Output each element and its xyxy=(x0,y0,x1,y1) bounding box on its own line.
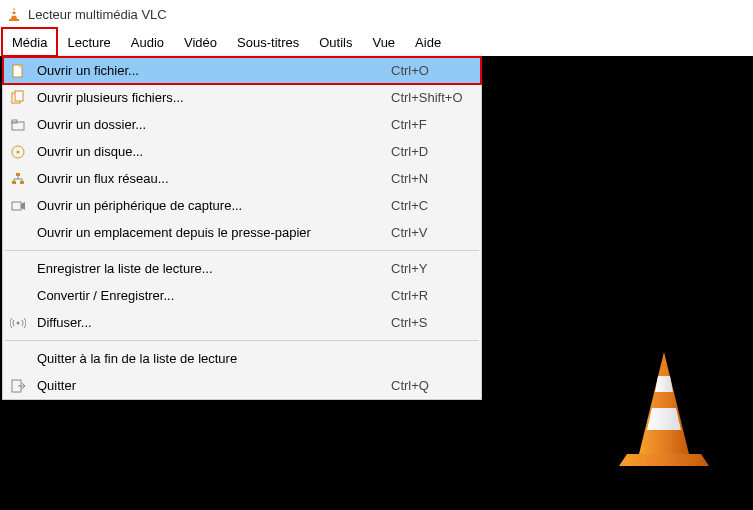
svg-marker-0 xyxy=(11,7,17,19)
menu-audio[interactable]: Audio xyxy=(121,28,174,56)
menu-open-network[interactable]: Ouvrir un flux réseau... Ctrl+N xyxy=(3,165,481,192)
menu-open-multiple-files[interactable]: Ouvrir plusieurs fichiers... Ctrl+Shift+… xyxy=(3,84,481,111)
menu-media[interactable]: Média xyxy=(2,28,57,56)
svg-rect-18 xyxy=(20,181,24,184)
svg-point-15 xyxy=(17,150,20,153)
capture-icon xyxy=(9,197,27,215)
svg-marker-6 xyxy=(655,376,673,392)
menu-label: Sous-titres xyxy=(237,35,299,50)
menu-item-label: Diffuser... xyxy=(37,315,391,330)
vlc-cone-logo xyxy=(609,346,719,476)
blank-icon xyxy=(9,260,27,278)
menu-item-shortcut: Ctrl+R xyxy=(391,288,471,303)
media-dropdown: Ouvrir un fichier... Ctrl+O Ouvrir plusi… xyxy=(2,56,482,400)
menu-open-folder[interactable]: Ouvrir un dossier... Ctrl+F xyxy=(3,111,481,138)
menu-label: Vue xyxy=(372,35,395,50)
menu-item-label: Enregistrer la liste de lecture... xyxy=(37,261,391,276)
menu-label: Audio xyxy=(131,35,164,50)
menu-label: Lecture xyxy=(67,35,110,50)
menu-label: Média xyxy=(12,35,47,50)
menu-item-shortcut: Ctrl+Y xyxy=(391,261,471,276)
menu-save-playlist[interactable]: Enregistrer la liste de lecture... Ctrl+… xyxy=(3,255,481,282)
menu-label: Aide xyxy=(415,35,441,50)
vlc-cone-icon xyxy=(6,6,22,22)
menu-item-label: Quitter xyxy=(37,378,391,393)
menu-aide[interactable]: Aide xyxy=(405,28,451,56)
menu-item-label: Ouvrir un fichier... xyxy=(37,63,391,78)
menu-soustitres[interactable]: Sous-titres xyxy=(227,28,309,56)
menu-outils[interactable]: Outils xyxy=(309,28,362,56)
menu-item-shortcut: Ctrl+N xyxy=(391,171,471,186)
menu-item-shortcut: Ctrl+Q xyxy=(391,378,471,393)
menu-open-file[interactable]: Ouvrir un fichier... Ctrl+O xyxy=(3,57,481,84)
menu-open-clipboard[interactable]: Ouvrir un emplacement depuis le presse-p… xyxy=(3,219,481,246)
menu-quit-after-playlist[interactable]: Quitter à la fin de la liste de lecture xyxy=(3,345,481,372)
menu-separator xyxy=(5,340,479,341)
menu-quit[interactable]: Quitter Ctrl+Q xyxy=(3,372,481,399)
menu-lecture[interactable]: Lecture xyxy=(57,28,120,56)
svg-rect-2 xyxy=(12,14,17,16)
menu-item-label: Ouvrir un flux réseau... xyxy=(37,171,391,186)
menu-item-shortcut: Ctrl+C xyxy=(391,198,471,213)
menu-item-label: Ouvrir plusieurs fichiers... xyxy=(37,90,391,105)
menu-open-disc[interactable]: Ouvrir un disque... Ctrl+D xyxy=(3,138,481,165)
file-icon xyxy=(9,62,27,80)
disc-icon xyxy=(9,143,27,161)
stream-icon xyxy=(9,314,27,332)
svg-rect-19 xyxy=(12,202,21,210)
menu-item-shortcut: Ctrl+O xyxy=(391,63,471,78)
folder-icon xyxy=(9,116,27,134)
blank-icon xyxy=(9,350,27,368)
title-bar: Lecteur multimédia VLC xyxy=(0,0,753,28)
svg-rect-17 xyxy=(12,181,16,184)
menu-stream[interactable]: Diffuser... Ctrl+S xyxy=(3,309,481,336)
menu-item-label: Ouvrir un périphérique de capture... xyxy=(37,198,391,213)
network-icon xyxy=(9,170,27,188)
svg-rect-3 xyxy=(9,19,19,21)
menu-item-label: Ouvrir un emplacement depuis le presse-p… xyxy=(37,225,391,240)
svg-rect-1 xyxy=(12,10,16,12)
svg-marker-5 xyxy=(639,352,689,454)
menu-vue[interactable]: Vue xyxy=(362,28,405,56)
menu-item-shortcut: Ctrl+D xyxy=(391,144,471,159)
svg-marker-20 xyxy=(21,202,25,210)
menu-item-shortcut: Ctrl+Shift+O xyxy=(391,90,471,105)
svg-rect-11 xyxy=(15,91,23,101)
menu-convert-save[interactable]: Convertir / Enregistrer... Ctrl+R xyxy=(3,282,481,309)
menu-bar: Média Lecture Audio Vidéo Sous-titres Ou… xyxy=(0,28,753,56)
quit-icon xyxy=(9,377,27,395)
menu-item-label: Ouvrir un dossier... xyxy=(37,117,391,132)
menu-video[interactable]: Vidéo xyxy=(174,28,227,56)
svg-point-21 xyxy=(17,321,20,324)
menu-item-shortcut: Ctrl+V xyxy=(391,225,471,240)
svg-marker-7 xyxy=(647,408,681,430)
blank-icon xyxy=(9,224,27,242)
menu-item-label: Convertir / Enregistrer... xyxy=(37,288,391,303)
menu-item-label: Quitter à la fin de la liste de lecture xyxy=(37,351,391,366)
menu-separator xyxy=(5,250,479,251)
menu-item-label: Ouvrir un disque... xyxy=(37,144,391,159)
menu-open-capture[interactable]: Ouvrir un périphérique de capture... Ctr… xyxy=(3,192,481,219)
menu-item-shortcut: Ctrl+F xyxy=(391,117,471,132)
menu-item-shortcut: Ctrl+S xyxy=(391,315,471,330)
menu-label: Outils xyxy=(319,35,352,50)
files-icon xyxy=(9,89,27,107)
svg-rect-16 xyxy=(16,173,20,176)
window-title: Lecteur multimédia VLC xyxy=(28,7,167,22)
blank-icon xyxy=(9,287,27,305)
menu-label: Vidéo xyxy=(184,35,217,50)
